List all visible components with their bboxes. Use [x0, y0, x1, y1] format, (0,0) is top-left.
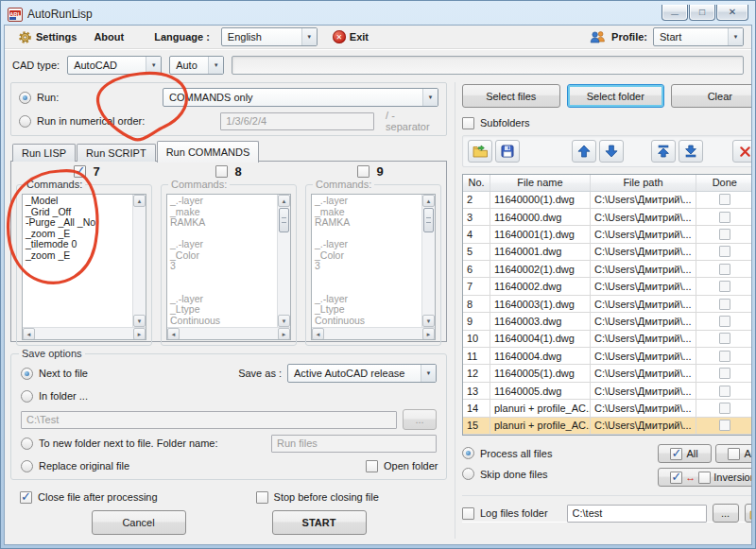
new-folder-radio[interactable] — [21, 437, 33, 450]
scroll-left-icon[interactable] — [23, 328, 35, 340]
log-folder-input[interactable] — [567, 505, 707, 523]
save-list-button[interactable] — [495, 140, 520, 163]
horizontal-scrollbar[interactable] — [167, 327, 290, 339]
table-row[interactable]: 911640003.dwgC:\Users\Дмитрий\... — [463, 313, 751, 330]
done-checkbox[interactable] — [719, 333, 730, 344]
chevron-down-icon[interactable] — [301, 28, 317, 45]
scroll-left-icon[interactable] — [167, 328, 180, 340]
stop-before-checkbox[interactable] — [256, 491, 268, 504]
start-button[interactable]: START — [272, 510, 367, 535]
done-checkbox[interactable] — [719, 264, 730, 275]
scroll-right-icon[interactable] — [422, 328, 435, 340]
chevron-down-icon[interactable] — [146, 57, 161, 74]
open-folder-checkbox[interactable] — [366, 460, 378, 472]
panel8-checkbox[interactable] — [215, 165, 228, 178]
commands-listbox-8[interactable]: _.-layer _make RAMKA _.-layer _Color 3 _… — [166, 194, 291, 340]
commands-text-7[interactable]: _Model _Grid _Off -Purge _All _No _zoom … — [23, 195, 132, 327]
select-folder-button[interactable]: Select folder — [567, 84, 665, 108]
table-row[interactable]: 1211640005(1).dwgC:\Users\Дмитрий\... — [463, 365, 751, 382]
scroll-up-icon[interactable] — [422, 195, 435, 207]
chevron-down-icon[interactable] — [421, 365, 436, 382]
table-row[interactable]: 15planuri + profile_AC...C:\Users\Дмитри… — [463, 418, 751, 435]
browse-folder-button[interactable]: ... — [403, 409, 437, 430]
table-row[interactable]: 811640003(1).dwgC:\Users\Дмитрий\... — [463, 296, 751, 313]
scroll-down-icon[interactable] — [278, 315, 290, 327]
scroll-track[interactable] — [133, 207, 146, 315]
in-folder-radio[interactable] — [21, 390, 33, 403]
done-checkbox[interactable] — [719, 386, 730, 397]
done-checkbox[interactable] — [719, 246, 730, 257]
skip-done-radio[interactable] — [462, 468, 474, 480]
header-file-path[interactable]: File path — [591, 175, 696, 191]
commands-listbox-9[interactable]: _.-layer _make RAMKA _.-layer _Color 3 _… — [311, 194, 436, 340]
commands-listbox-7[interactable]: _Model _Grid _Off -Purge _All _No _zoom … — [22, 194, 146, 340]
done-checkbox[interactable] — [719, 281, 730, 292]
vertical-scrollbar[interactable] — [132, 195, 146, 327]
done-checkbox[interactable] — [719, 212, 730, 223]
language-select[interactable]: English — [221, 27, 318, 46]
title-bar[interactable]: ARL AutoRunLisp — [4, 4, 752, 25]
scroll-track[interactable] — [278, 233, 290, 315]
new-folder-name-input[interactable] — [271, 435, 437, 453]
horizontal-scrollbar[interactable] — [312, 327, 435, 339]
done-checkbox[interactable] — [719, 229, 730, 240]
uncheck-all-button[interactable]: All — [715, 444, 751, 463]
next-to-file-radio[interactable] — [21, 368, 33, 380]
close-button[interactable] — [716, 5, 748, 21]
move-down-button[interactable] — [599, 140, 624, 163]
close-after-checkbox[interactable] — [20, 491, 32, 504]
panel7-checkbox[interactable] — [74, 165, 86, 178]
done-checkbox[interactable] — [719, 368, 730, 379]
tab-run-script[interactable]: Run SCRIPT — [77, 144, 156, 162]
move-up-button[interactable] — [572, 140, 596, 163]
vertical-scrollbar[interactable] — [277, 195, 290, 327]
scroll-thumb[interactable] — [423, 208, 434, 232]
log-open-folder-button[interactable] — [745, 504, 751, 523]
open-list-button[interactable] — [468, 140, 492, 163]
tab-run-commands[interactable]: Run COMMANDS — [157, 141, 260, 163]
process-all-radio[interactable] — [462, 447, 474, 459]
save-as-select[interactable]: Active AutoCAD release — [287, 364, 437, 383]
exit-menu-item[interactable]: Exit — [327, 28, 374, 45]
done-checkbox[interactable] — [719, 420, 730, 431]
done-checkbox[interactable] — [719, 403, 730, 414]
chevron-down-icon[interactable] — [208, 57, 223, 74]
done-checkbox[interactable] — [719, 351, 730, 362]
replace-original-radio[interactable] — [21, 460, 33, 472]
table-row[interactable]: 211640000(1).dwgC:\Users\Дмитрий\... — [463, 192, 751, 209]
commands-text-9[interactable]: _.-layer _make RAMKA _.-layer _Color 3 _… — [312, 195, 421, 327]
run-mode-select[interactable]: COMMANDS only — [163, 88, 438, 107]
order-radio[interactable] — [19, 115, 31, 128]
chevron-down-icon[interactable] — [728, 28, 743, 45]
scroll-track[interactable] — [422, 233, 435, 315]
table-row[interactable]: 1011640004(1).dwgC:\Users\Дмитрий\... — [463, 331, 751, 348]
vertical-scrollbar[interactable] — [421, 195, 435, 327]
profile-select[interactable]: Start — [653, 27, 744, 46]
scroll-up-icon[interactable] — [133, 195, 146, 207]
move-bottom-button[interactable] — [679, 140, 703, 163]
select-files-button[interactable]: Select files — [462, 84, 560, 108]
done-checkbox[interactable] — [719, 194, 730, 205]
scroll-up-icon[interactable] — [278, 195, 290, 207]
table-row[interactable]: 311640000.dwgC:\Users\Дмитрий\... — [463, 209, 751, 226]
cad-type-select[interactable]: AutoCAD — [67, 56, 162, 75]
log-browse-button[interactable]: ... — [713, 504, 739, 523]
header-file-name[interactable]: File name — [490, 175, 591, 191]
check-all-button[interactable]: All — [658, 444, 712, 463]
minimize-button[interactable] — [662, 5, 688, 21]
table-row[interactable]: 511640001.dwgC:\Users\Дмитрий\... — [463, 244, 751, 261]
table-row[interactable]: 411640001(1).dwgC:\Users\Дмитрий\... — [463, 226, 751, 243]
scroll-thumb[interactable] — [279, 208, 289, 232]
done-checkbox[interactable] — [719, 316, 730, 327]
table-row[interactable]: 711640002.dwgC:\Users\Дмитрий\... — [463, 278, 751, 295]
scroll-down-icon[interactable] — [133, 315, 146, 327]
horizontal-scrollbar[interactable] — [23, 327, 146, 339]
remove-file-button[interactable] — [732, 140, 751, 163]
settings-menu-item[interactable]: Settings — [12, 28, 82, 46]
panel9-checkbox[interactable] — [357, 165, 369, 178]
header-done[interactable]: Done — [696, 175, 751, 191]
about-menu-item[interactable]: About — [88, 29, 129, 44]
done-checkbox[interactable] — [719, 299, 730, 310]
scroll-down-icon[interactable] — [422, 315, 435, 327]
tab-run-lisp[interactable]: Run LISP — [12, 144, 76, 162]
